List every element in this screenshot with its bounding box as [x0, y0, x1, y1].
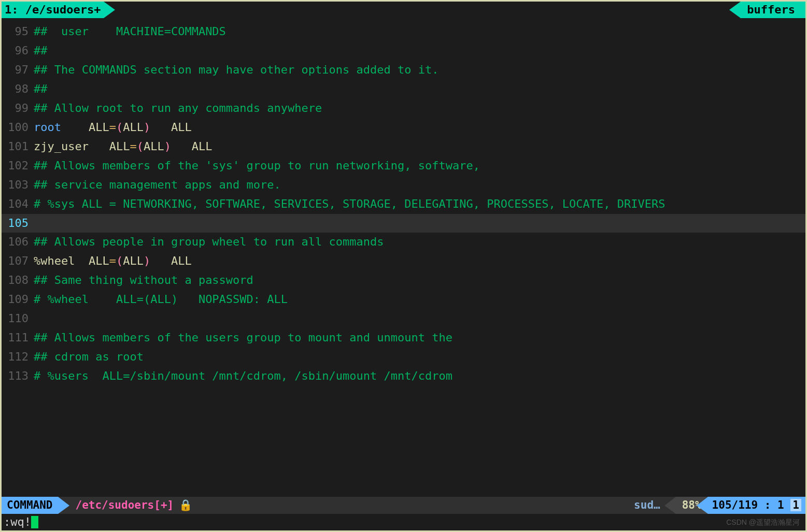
line-number: 103	[2, 176, 34, 195]
code-content	[34, 214, 805, 233]
line-number: 110	[2, 309, 34, 328]
code-content: # %sys ALL = NETWORKING, SOFTWARE, SERVI…	[34, 195, 805, 214]
code-content: ## cdrom as root	[34, 348, 805, 367]
code-line[interactable]: 109# %wheel ALL=(ALL) NOPASSWD: ALL	[2, 290, 805, 309]
code-line[interactable]: 101zjy_user ALL=(ALL) ALL	[2, 137, 805, 156]
line-number: 107	[2, 252, 34, 271]
code-line[interactable]: 99## Allow root to run any commands anyw…	[2, 99, 805, 118]
line-number: 109	[2, 290, 34, 309]
code-content: ##	[34, 80, 805, 99]
command-line[interactable]: :wq!	[2, 514, 805, 530]
code-content: # %users ALL=/sbin/mount /mnt/cdrom, /sb…	[34, 367, 805, 386]
code-content: # %wheel ALL=(ALL) NOPASSWD: ALL	[34, 290, 805, 309]
line-number: 111	[2, 328, 34, 348]
code-line[interactable]: 100root ALL=(ALL) ALL	[2, 118, 805, 137]
status-bar: COMMAND /etc/sudoers[+] 🔒 sud… 88% 105/1…	[2, 497, 805, 514]
line-number: 102	[2, 156, 34, 176]
watermark: CSDN @遥望浩瀚星河	[726, 516, 800, 529]
line-number: 104	[2, 195, 34, 214]
code-content	[34, 309, 805, 328]
lock-icon: 🔒	[174, 497, 192, 514]
line-number: 101	[2, 137, 34, 156]
buffers-button[interactable]: buffers	[741, 2, 805, 18]
code-line[interactable]: 96##	[2, 41, 805, 61]
code-content: ## user MACHINE=COMMANDS	[34, 22, 805, 41]
line-number: 100	[2, 118, 34, 137]
code-content: root ALL=(ALL) ALL	[34, 118, 805, 137]
code-line[interactable]: 97## The COMMANDS section may have other…	[2, 61, 805, 80]
code-line[interactable]: 110	[2, 309, 805, 328]
code-content: ## service management apps and more.	[34, 176, 805, 195]
line-number: 96	[2, 41, 34, 61]
code-content: zjy_user ALL=(ALL) ALL	[34, 137, 805, 156]
code-content: %wheel ALL=(ALL) ALL	[34, 252, 805, 271]
buffer-tab[interactable]: 1: /e/sudoers+	[2, 2, 104, 18]
code-line[interactable]: 102## Allows members of the 'sys' group …	[2, 156, 805, 176]
line-number: 95	[2, 22, 34, 41]
mode-indicator: COMMAND	[2, 497, 58, 514]
code-line[interactable]: 111## Allows members of the users group …	[2, 328, 805, 348]
command-text: :wq!	[4, 514, 31, 530]
code-line[interactable]: 106## Allows people in group wheel to ru…	[2, 233, 805, 252]
cursor-icon	[31, 516, 38, 528]
line-number: 108	[2, 271, 34, 290]
code-line[interactable]: 113# %users ALL=/sbin/mount /mnt/cdrom, …	[2, 367, 805, 386]
code-content: ## The COMMANDS section may have other o…	[34, 61, 805, 80]
code-content: ## Allows people in group wheel to run a…	[34, 233, 805, 252]
line-number: 113	[2, 367, 34, 386]
code-content: ## Allow root to run any commands anywhe…	[34, 99, 805, 118]
line-number: 97	[2, 61, 34, 80]
line-number: 99	[2, 99, 34, 118]
code-content: ##	[34, 41, 805, 61]
code-line[interactable]: 105	[2, 214, 805, 233]
code-line[interactable]: 104# %sys ALL = NETWORKING, SOFTWARE, SE…	[2, 195, 805, 214]
code-line[interactable]: 112## cdrom as root	[2, 348, 805, 367]
line-number: 106	[2, 233, 34, 252]
code-line[interactable]: 98##	[2, 80, 805, 99]
line-number: 105	[2, 214, 34, 233]
code-content: ## Same thing without a password	[34, 271, 805, 290]
code-line[interactable]: 108## Same thing without a password	[2, 271, 805, 290]
file-path: /etc/sudoers[+]	[70, 497, 174, 514]
code-line[interactable]: 103## service management apps and more.	[2, 176, 805, 195]
cursor-position: 105/119 : 1 1	[708, 497, 805, 514]
editor-viewport[interactable]: 95## user MACHINE=COMMANDS96##97## The C…	[2, 18, 805, 497]
line-number: 112	[2, 348, 34, 367]
top-bar: 1: /e/sudoers+ buffers	[2, 2, 805, 18]
code-content: ## Allows members of the users group to …	[34, 328, 805, 348]
line-number: 98	[2, 80, 34, 99]
code-line[interactable]: 95## user MACHINE=COMMANDS	[2, 22, 805, 41]
code-line[interactable]: 107%wheel ALL=(ALL) ALL	[2, 252, 805, 271]
code-content: ## Allows members of the 'sys' group to …	[34, 156, 805, 176]
